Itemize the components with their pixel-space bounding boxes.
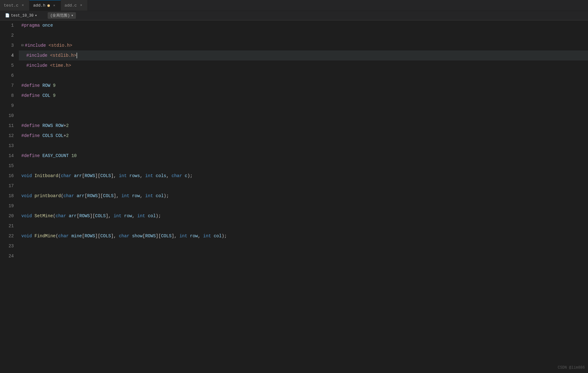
line-number-1: 1	[3, 20, 14, 30]
tab-test-c-label: test.c	[4, 3, 19, 8]
token: arr	[77, 191, 84, 201]
line-number-16: 16	[3, 171, 14, 181]
token: int	[179, 231, 190, 241]
line-number-12: 12	[3, 131, 14, 141]
line-number-18: 18	[3, 191, 14, 201]
token: #include	[26, 50, 50, 60]
tab-add-h-close[interactable]: ×	[52, 3, 57, 8]
token: int	[145, 191, 156, 201]
token: ][	[95, 171, 100, 181]
token: ],	[111, 171, 119, 181]
line-number-11: 11	[3, 121, 14, 131]
scope-label: (全局范围)	[50, 13, 70, 18]
code-area[interactable]: #pragma once⊟#include <stdio.h>#include …	[19, 20, 588, 373]
token: COLS	[100, 231, 111, 241]
token: #define	[21, 81, 42, 91]
token: #define	[21, 151, 42, 161]
token: +	[63, 131, 66, 141]
code-line-20: void SetMine(char arr[ROWS][COLS], int r…	[19, 211, 588, 221]
token: #pragma	[21, 20, 42, 30]
line-number-23: 23	[3, 241, 14, 251]
code-line-21	[19, 221, 588, 231]
token: [	[85, 191, 87, 201]
code-line-17	[19, 181, 588, 191]
token: <time.h>	[50, 60, 71, 71]
code-line-16: void Initboard(char arr[ROWS][COLS], int…	[19, 171, 588, 181]
code-line-4: #include <stdlib.h>	[19, 50, 588, 60]
token: char	[56, 211, 69, 221]
token: col	[148, 211, 156, 221]
token: [	[143, 231, 145, 241]
token: #define	[21, 131, 42, 141]
token: Initboard	[34, 171, 58, 181]
token: COL	[56, 131, 63, 141]
token: ],	[114, 191, 121, 201]
code-line-22: void FindMine(char mine[ROWS][COLS], cha…	[19, 231, 588, 241]
token: #define	[21, 91, 42, 101]
line-number-5: 5	[3, 60, 14, 71]
chevron-down-icon: ▾	[35, 13, 37, 18]
code-line-1: #pragma once	[19, 20, 588, 30]
token: once	[42, 20, 53, 30]
fold-indicator-3[interactable]: ⊟	[21, 40, 24, 50]
code-line-13	[19, 141, 588, 151]
token: 2	[66, 121, 69, 131]
code-line-3: ⊟#include <stdio.h>	[19, 40, 588, 50]
line-numbers: 123456789101112131415161718192021222324	[0, 20, 19, 373]
token: EASY_COUNT	[42, 151, 71, 161]
token: ],	[172, 231, 179, 241]
token: COLS	[161, 231, 172, 241]
code-line-14: #define EASY_COUNT 10	[19, 151, 588, 161]
token: SetMine	[34, 211, 53, 221]
token: COLS	[103, 191, 114, 201]
line-number-10: 10	[3, 111, 14, 121]
token: ,	[140, 171, 145, 181]
tab-add-c-close[interactable]: ×	[79, 3, 84, 8]
token: ROWS	[145, 231, 156, 241]
token: ,	[166, 171, 172, 181]
token: ROWS	[79, 211, 90, 221]
line-number-20: 20	[3, 211, 14, 221]
token: );	[222, 231, 227, 241]
token: ],	[111, 231, 119, 241]
token: ][	[156, 231, 161, 241]
token: int	[145, 171, 156, 181]
code-line-19	[19, 201, 588, 211]
token: void	[21, 171, 34, 181]
scope-selector[interactable]: 📄 test_10_30 ▾	[3, 13, 39, 18]
token: void	[21, 211, 34, 221]
token: COLS	[100, 171, 111, 181]
line-number-2: 2	[3, 30, 14, 40]
token: ROWS	[85, 171, 95, 181]
token: ROW	[42, 81, 53, 91]
token: (	[53, 211, 56, 221]
line-number-22: 22	[3, 231, 14, 241]
editor-container: 123456789101112131415161718192021222324 …	[0, 20, 588, 373]
tab-add-h-modified-dot	[47, 4, 50, 7]
line-number-15: 15	[3, 161, 14, 171]
global-scope-selector[interactable]: (全局范围) ▾	[48, 12, 76, 19]
token: );	[156, 211, 161, 221]
tab-test-c-close[interactable]: ×	[20, 3, 25, 8]
token: [	[77, 211, 79, 221]
token: #include	[25, 40, 49, 50]
token: char	[119, 231, 132, 241]
token: (	[56, 231, 58, 241]
code-line-23	[19, 241, 588, 251]
tab-add-c[interactable]: add.c ×	[61, 0, 88, 11]
tab-add-h[interactable]: add.h ×	[29, 0, 61, 11]
token: c	[185, 171, 187, 181]
token: #include	[26, 60, 50, 71]
line-number-17: 17	[3, 181, 14, 191]
token: 2	[66, 131, 69, 141]
code-line-10	[19, 111, 588, 121]
token: row	[132, 191, 140, 201]
token: printboard	[34, 191, 61, 201]
token: char	[63, 191, 77, 201]
token: arr	[69, 211, 77, 221]
token: cols	[156, 171, 167, 181]
token: ][	[95, 231, 100, 241]
token: ROWS	[42, 121, 56, 131]
tab-test-c[interactable]: test.c ×	[0, 0, 29, 11]
token: ROWS	[87, 191, 98, 201]
